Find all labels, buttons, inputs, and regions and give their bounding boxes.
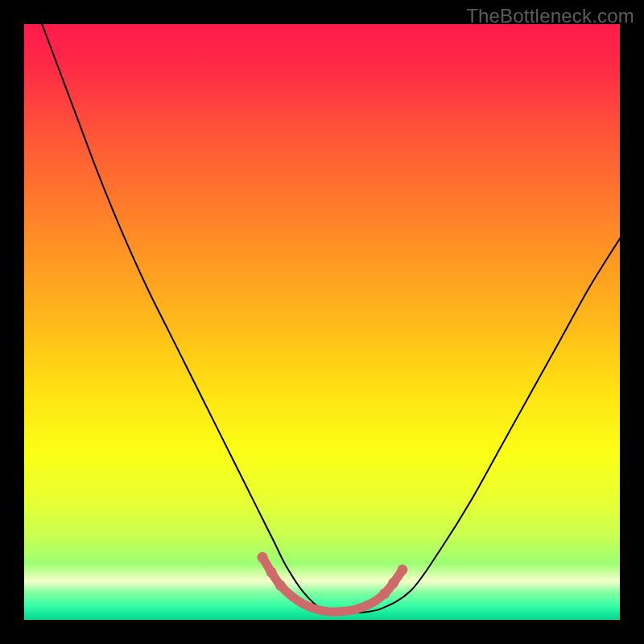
bottleneck-chart <box>24 24 620 620</box>
chart-stage: TheBottleneck.com <box>0 0 644 644</box>
sweet-spot-dot <box>275 580 286 591</box>
sweet-spot-dot <box>258 552 268 563</box>
sweet-spot-dot <box>388 578 398 588</box>
chart-background <box>24 24 620 620</box>
sweet-spot-dot <box>266 567 277 577</box>
sweet-spot-dot <box>397 564 407 575</box>
sweet-spot-dot <box>379 588 390 599</box>
